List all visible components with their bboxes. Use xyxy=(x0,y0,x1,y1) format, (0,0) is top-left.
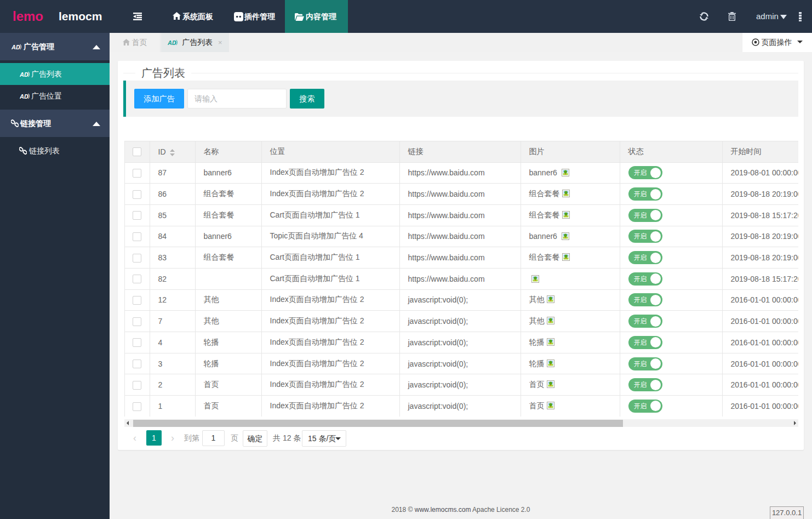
svg-text:AD: AD xyxy=(20,93,28,100)
svg-text:AD: AD xyxy=(168,39,176,46)
svg-text:AD: AD xyxy=(12,44,20,50)
svg-text:AD: AD xyxy=(20,71,28,78)
